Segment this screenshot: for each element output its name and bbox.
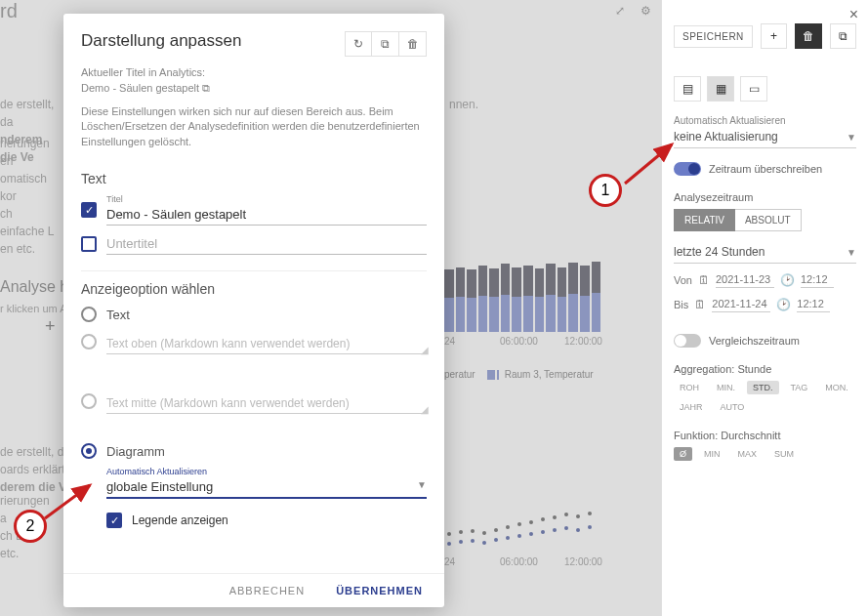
option-diagram-radio[interactable] [81, 443, 97, 459]
from-row: Von 🗓 2021-11-23 🕑 12:12 [674, 271, 856, 288]
seg-absolute[interactable]: ABSOLUT [735, 209, 802, 231]
analysis-period-heading: Analysezeitraum [674, 191, 856, 203]
analytics-link[interactable]: Demo - Säulen gestapelt ⧉ [81, 82, 210, 94]
delete-icon[interactable]: 🗑 [399, 31, 427, 57]
svg-line-26 [625, 144, 672, 184]
calendar-icon[interactable]: 🗓 [698, 273, 710, 287]
legend-checkbox[interactable] [106, 513, 122, 528]
title-input[interactable] [106, 204, 427, 226]
subtitle-input[interactable] [106, 233, 427, 255]
refresh-icon[interactable]: ↻ [345, 31, 372, 57]
section-text-heading: Text [81, 165, 427, 186]
to-time[interactable]: 12:12 [797, 296, 830, 312]
widget-auto-refresh-label: Automatisch Aktualisieren [106, 467, 427, 476]
cancel-button[interactable]: ABBRECHEN [224, 584, 310, 597]
to-date[interactable]: 2021-11-24 [712, 296, 770, 312]
annotation-arrow-2 [41, 475, 100, 524]
compare-label: Vergleichszeitraum [709, 335, 800, 347]
modal-note: Diese Einstellungen wirken sich nur auf … [81, 104, 427, 149]
delete-button[interactable]: 🗑 [795, 23, 821, 49]
function-heading: Funktion: Durchschnitt [674, 430, 856, 441]
section-display-heading: Anzeigeoption wählen [81, 270, 427, 297]
option-text-radio[interactable] [81, 307, 97, 322]
range-select[interactable]: letzte 24 Stunden▼ [674, 241, 856, 264]
annotation-1: 1 [589, 174, 622, 207]
auto-refresh-select[interactable]: keine Aktualisierung▼ [674, 126, 856, 148]
override-range-label: Zeitraum überschreiben [709, 163, 822, 175]
copy-icon[interactable]: ⧉ [372, 31, 399, 57]
aggregation-heading: Aggregation: Stunde [674, 363, 856, 375]
annotation-arrow-1 [615, 137, 683, 195]
view-card-icon[interactable]: ▭ [740, 76, 767, 102]
clock-icon[interactable]: 🕑 [776, 298, 791, 311]
view-grid-icon[interactable]: ▦ [707, 76, 734, 102]
auto-refresh-label: Automatisch Aktualisieren [674, 115, 856, 126]
view-list-icon[interactable]: ▤ [674, 76, 701, 102]
title-field-label: Titel [106, 194, 427, 204]
text-mid-textarea[interactable]: Text mitte (Markdown kann verwendet werd… [106, 393, 427, 414]
close-icon[interactable]: × [849, 6, 858, 23]
meta-label: Aktueller Titel in Analytics: [81, 66, 427, 78]
subtitle-checkbox[interactable] [81, 236, 97, 252]
option-text-label: Text [106, 308, 130, 322]
compare-toggle[interactable] [674, 334, 701, 348]
widget-auto-refresh-select[interactable]: globale Einstellung▼ [106, 476, 427, 499]
option-diagram-label: Diagramm [106, 444, 165, 459]
copy-button[interactable]: ⧉ [830, 23, 856, 49]
save-button[interactable]: SPEICHERN [674, 25, 753, 48]
display-settings-modal: Darstellung anpassen ↻ ⧉ 🗑 Aktueller Tit… [63, 14, 444, 607]
function-options: Ø MIN MAX SUM [674, 447, 856, 461]
svg-line-27 [45, 485, 90, 518]
text-top-textarea[interactable]: Text oben (Markdown kann verwendet werde… [106, 334, 427, 354]
properties-sidebar: × SPEICHERN + 🗑 ⧉ ▤ ▦ ▭ Automatisch Aktu… [661, 0, 868, 616]
calendar-icon[interactable]: 🗓 [694, 298, 706, 311]
from-date[interactable]: 2021-11-23 [716, 271, 774, 288]
period-mode-segment: RELATIV ABSOLUT [674, 209, 802, 231]
legend-label: Legende anzeigen [132, 513, 228, 527]
annotation-2: 2 [14, 510, 47, 543]
apply-button[interactable]: ÜBERNEHMEN [330, 584, 429, 597]
seg-relative[interactable]: RELATIV [674, 209, 735, 231]
to-row: Bis 🗓 2021-11-24 🕑 12:12 [674, 296, 856, 312]
clock-icon[interactable]: 🕑 [780, 273, 795, 287]
from-time[interactable]: 12:12 [801, 271, 834, 288]
title-checkbox[interactable] [81, 202, 97, 218]
aggregation-options: ROH MIN. STD. TAG MON. JAHR AUTO [674, 381, 856, 414]
modal-title: Darstellung anpassen [81, 31, 241, 51]
add-button[interactable]: + [761, 23, 787, 49]
